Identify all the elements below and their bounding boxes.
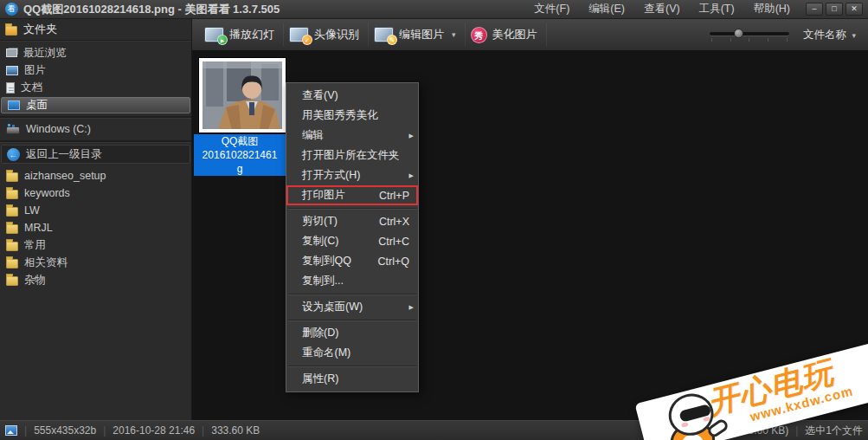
menu-item-set-as-desktop[interactable]: 设为桌面(W) [286,297,418,317]
menu-item-print-image[interactable]: 打印图片 Ctrl+P [286,185,418,205]
status-selection-count: 选中1个文件 [805,424,863,438]
folder-open-icon [5,26,17,36]
sidebar: 文件夹 最近浏览 图片 文档 桌面 Windows (C:) [0,19,192,420]
menu-bar: 文件(F) 编辑(E) 查看(V) 工具(T) 帮助(H) [534,2,790,16]
menu-separator [288,320,416,320]
folder-icon [6,276,18,286]
status-bar: | 555x435x32b | 2016-10-28 21:46 | 333.6… [0,420,868,440]
sidebar-folder-keywords[interactable]: keywords [0,184,191,202]
menu-help[interactable]: 帮助(H) [754,2,790,16]
sort-dropdown-label: 文件名称 [803,29,846,41]
desktop-icon [8,100,20,110]
minimize-button[interactable]: – [806,3,823,16]
back-arrow-icon [7,148,20,161]
sidebar-item-recent[interactable]: 最近浏览 [0,44,191,61]
meitu-viewer-window: 看 QQ截图20161028214618.png - 美图看看 1.3.7.50… [0,0,868,440]
sidebar-item-desktop[interactable]: 桌面 [1,97,190,113]
menu-item-beautify-with-meitu[interactable]: 用美图秀秀美化 [286,106,418,126]
folder-icon [6,190,18,199]
title-bar: 看 QQ截图20161028214618.png - 美图看看 1.3.7.50… [0,0,868,19]
toolbar-right-group: 文件名称 [710,28,861,42]
beautify-xiu-icon: 秀 [471,27,487,43]
menu-item-properties[interactable]: 属性(R) [286,369,418,389]
sidebar-back-up-button[interactable]: 返回上一级目录 [1,145,190,164]
face-recognition-button[interactable]: 头像识别 [284,23,369,46]
menu-view[interactable]: 查看(V) [644,2,680,16]
beautify-label: 美化图片 [492,27,537,42]
image-thumbnail[interactable] [199,58,286,133]
recent-photos-icon [6,49,17,57]
image-file-icon [5,425,17,436]
drive-icon [6,126,20,134]
sidebar-folder-mrjl[interactable]: MRJL [0,219,191,236]
folder-icon [6,224,18,234]
pencil-icon [387,35,397,45]
menu-item-copy-to[interactable]: 复制到... [286,271,418,291]
folder-icon [6,242,18,251]
sort-dropdown[interactable]: 文件名称 [803,28,856,42]
beautify-button[interactable]: 秀 美化图片 [466,23,547,47]
status-modified-date: 2016-10-28 21:46 [113,424,195,437]
check-icon [302,35,312,45]
menu-tools[interactable]: 工具(T) [699,2,735,16]
status-file-size: 333.60 KB [211,424,260,437]
menu-edit[interactable]: 编辑(E) [588,2,625,16]
close-button[interactable]: ✕ [845,3,863,16]
menu-separator [288,208,416,209]
sidebar-folder-aizhanseo-setup[interactable]: aizhanseo_setup [0,167,191,184]
sidebar-folder-xiangguanziliao[interactable]: 相关资料 [0,254,191,271]
menu-separator [288,366,416,366]
menu-item-cut[interactable]: 剪切(T) Ctrl+X [286,211,418,231]
folder-icon [6,172,18,182]
menu-item-copy-to-qq[interactable]: 复制到QQ Ctrl+Q [286,251,418,271]
folder-icon [6,207,18,217]
slider-track[interactable] [710,32,789,36]
photo-thumbnail [203,61,282,129]
window-title: QQ截图20161028214618.png - 美图看看 1.3.7.505 [23,2,280,17]
edit-image-icon [374,27,394,42]
edit-image-label: 编辑图片 [399,27,444,42]
slider-handle[interactable] [734,29,743,38]
thumbnail-filename-label[interactable]: QQ截图 2016102821461 g [194,134,286,176]
menu-item-copy[interactable]: 复制(C) Ctrl+C [286,231,418,251]
menu-item-view[interactable]: 查看(V) [286,86,418,106]
app-icon: 看 [5,3,18,16]
menu-separator [288,294,416,294]
context-menu: 查看(V) 用美图秀秀美化 编辑 打开图片所在文件夹 打开方式(H) 打印图片 … [286,82,419,392]
sidebar-divider [0,116,191,118]
window-controls: – □ ✕ [806,3,863,16]
sidebar-header-folders: 文件夹 [0,19,191,41]
menu-item-edit[interactable]: 编辑 [286,126,418,146]
sidebar-item-documents[interactable]: 文档 [0,79,191,96]
sidebar-folder-changyong[interactable]: 常用 [0,236,191,254]
menu-item-open-containing-folder[interactable]: 打开图片所在文件夹 [286,146,418,165]
sidebar-item-pictures[interactable]: 图片 [0,61,191,79]
menu-file[interactable]: 文件(F) [534,2,569,16]
face-recognition-icon [289,27,309,42]
thumbnail-size-slider[interactable] [710,28,789,42]
sidebar-folder-zawu[interactable]: 杂物 [0,271,191,288]
menu-item-open-with[interactable]: 打开方式(H) [286,165,418,185]
status-dimensions: 555x435x32b [34,424,96,437]
sidebar-header-label: 文件夹 [23,22,57,37]
play-icon [217,35,228,45]
slideshow-button[interactable]: 播放幻灯 [199,23,284,46]
menu-item-rename[interactable]: 重命名(M) [286,343,418,363]
face-recognition-label: 头像识别 [314,27,359,42]
sidebar-divider [0,140,191,142]
slideshow-label: 播放幻灯 [229,27,274,42]
slideshow-icon [204,27,224,42]
sidebar-item-drive-c[interactable]: Windows (C:) [0,120,191,138]
toolbar: 播放幻灯 头像识别 编辑图片 秀 美化图片 文件名称 [192,19,868,51]
status-right-group: (333.60 KB) | 选中1个文件 [733,424,863,438]
sidebar-folder-lw[interactable]: LW [0,202,191,219]
menu-item-delete[interactable]: 删除(D) [286,323,418,343]
folder-icon [6,259,18,269]
slider-ticks [711,38,788,42]
edit-image-button[interactable]: 编辑图片 [369,23,466,46]
maximize-button[interactable]: □ [826,3,843,16]
documents-icon [6,82,15,94]
pictures-icon [6,66,18,75]
status-total-size: (333.60 KB) [733,424,788,437]
